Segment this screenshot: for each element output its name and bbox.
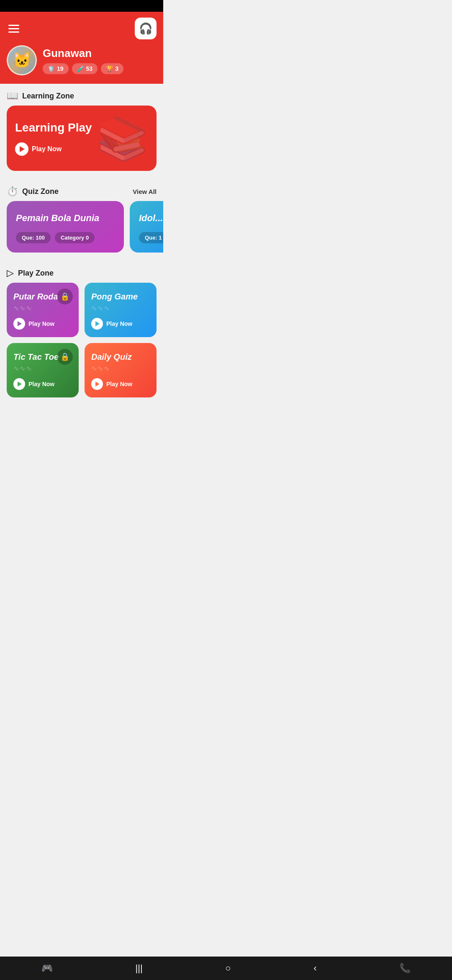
learning-play-content: Learning Play Play Now	[15, 121, 96, 156]
trophy-value: 3	[115, 65, 118, 72]
view-all-link[interactable]: View All	[133, 188, 157, 195]
quiz-tags-0: Que: 100 Category 0	[16, 232, 115, 243]
learning-zone-title: Learning Zone	[22, 92, 74, 101]
quiz-zone-title-group: ⏱️ Quiz Zone	[7, 186, 59, 197]
learning-zone-header: 📖 Learning Zone	[0, 84, 163, 106]
status-bar	[0, 0, 163, 12]
pong-game-play-label: Play Now	[106, 320, 132, 327]
pong-game-title: Pong Game	[91, 292, 150, 302]
quiz-tag-que-0: Que: 100	[16, 232, 51, 243]
play-zone-header: ▷ Play Zone	[0, 261, 163, 283]
play-circle-icon	[15, 142, 28, 156]
quiz-card-title-0: Pemain Bola Dunia	[16, 213, 115, 224]
daily-quiz-play-row: Play Now	[91, 378, 150, 390]
timer-section-icon: ⏱️	[7, 186, 18, 197]
stat-badge-shield: 🛡️ 19	[43, 63, 69, 74]
pong-game-play-row: Play Now	[91, 318, 150, 330]
quiz-scroll-container[interactable]: Pemain Bola Dunia Que: 100 Category 0 Id…	[0, 201, 163, 253]
main-content: 📖 Learning Zone Learning Play Play Now 📚…	[0, 84, 163, 437]
play-circle-sm-2	[13, 378, 25, 390]
learning-play-label: Play Now	[32, 145, 62, 153]
avatar: 🐱	[7, 45, 37, 75]
learning-play-title: Learning Play	[15, 121, 96, 135]
play-zone-title: Play Zone	[18, 269, 54, 278]
learning-play-now-button[interactable]: Play Now	[15, 142, 62, 156]
play-triangle-sm-3	[95, 382, 100, 387]
play-circle-sm-0	[13, 318, 25, 330]
book-bg-icon: 📚	[96, 117, 148, 159]
wave-decoration-3: ∿∿∿	[91, 364, 150, 372]
hamburger-icon	[8, 25, 19, 33]
play-triangle-sm-2	[18, 382, 22, 387]
header: 🎧 🐱 Gunawan 🛡️ 19 🧪 53 🏆 3	[0, 12, 163, 84]
avatar-image: 🐱	[13, 52, 31, 69]
lock-icon-0: 🔒	[57, 289, 73, 304]
lock-icon-2: 🔒	[57, 349, 73, 365]
quiz-tag-que-1: Que: 1	[139, 232, 163, 243]
headset-icon: 🎧	[139, 22, 152, 35]
play-card-pong-game[interactable]: Pong Game ∿∿∿ Play Now	[85, 283, 157, 337]
play-circle-sm-3	[91, 378, 103, 390]
play-section-icon: ▷	[7, 268, 14, 279]
putar-roda-play-label: Play Now	[28, 320, 54, 327]
daily-quiz-play-label: Play Now	[106, 381, 132, 387]
menu-button[interactable]	[7, 23, 21, 34]
play-card-daily-quiz[interactable]: Daily Quiz ∿∿∿ Play Now	[85, 343, 157, 397]
tic-tac-toe-play-row: Play Now	[13, 378, 72, 390]
play-triangle-sm-0	[18, 321, 22, 326]
quiz-zone-title: Quiz Zone	[22, 187, 59, 196]
quiz-tag-cat-0: Category 0	[55, 232, 95, 243]
play-triangle-icon	[20, 146, 25, 152]
stat-badge-flask: 🧪 53	[72, 63, 98, 74]
headset-button[interactable]: 🎧	[135, 18, 157, 39]
quiz-card-pemain-bola[interactable]: Pemain Bola Dunia Que: 100 Category 0	[7, 201, 124, 253]
putar-roda-play-row: Play Now	[13, 318, 72, 330]
tic-tac-toe-play-label: Play Now	[28, 381, 54, 387]
play-circle-sm-1	[91, 318, 103, 330]
shield-icon: 🛡️	[48, 65, 55, 72]
wave-decoration-0: ∿∿∿	[13, 304, 72, 312]
stat-badge-trophy: 🏆 3	[101, 63, 123, 74]
username-label: Gunawan	[43, 47, 123, 60]
flask-value: 53	[86, 65, 93, 72]
stats-row: 🛡️ 19 🧪 53 🏆 3	[43, 63, 123, 74]
quiz-tags-1: Que: 1	[139, 232, 163, 243]
learning-zone-title-group: 📖 Learning Zone	[7, 90, 74, 101]
play-zone-grid: Putar Roda ∿∿∿ 🔒 Play Now Pong Game ∿∿∿ …	[0, 283, 163, 397]
wave-decoration-1: ∿∿∿	[91, 304, 150, 312]
shield-value: 19	[57, 65, 64, 72]
flask-icon: 🧪	[77, 65, 84, 72]
quiz-zone-header: ⏱️ Quiz Zone View All	[0, 179, 163, 201]
quiz-card-idol[interactable]: Idol... Que: 1	[130, 201, 163, 253]
learning-play-card[interactable]: Learning Play Play Now 📚	[7, 106, 157, 171]
trophy-icon: 🏆	[106, 65, 113, 72]
daily-quiz-title: Daily Quiz	[91, 352, 150, 362]
play-zone-title-group: ▷ Play Zone	[7, 268, 54, 279]
wave-decoration-2: ∿∿∿	[13, 364, 72, 372]
play-card-tic-tac-toe[interactable]: Tic Tac Toe ∿∿∿ 🔒 Play Now	[7, 343, 79, 397]
play-triangle-sm-1	[95, 321, 100, 326]
quiz-card-title-1: Idol...	[139, 213, 163, 224]
profile-info: Gunawan 🛡️ 19 🧪 53 🏆 3	[43, 47, 123, 74]
book-section-icon: 📖	[7, 90, 18, 101]
play-card-putar-roda[interactable]: Putar Roda ∿∿∿ 🔒 Play Now	[7, 283, 79, 337]
profile-section: 🐱 Gunawan 🛡️ 19 🧪 53 🏆 3	[7, 45, 157, 75]
